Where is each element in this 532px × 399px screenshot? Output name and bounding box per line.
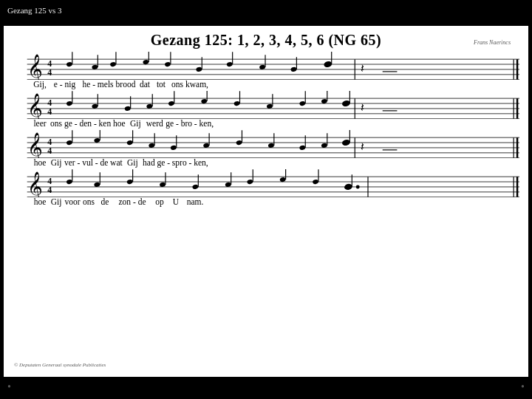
svg-text:4: 4 bbox=[47, 185, 52, 195]
svg-text:𝄽: 𝄽 bbox=[361, 143, 364, 151]
svg-text:𝄞: 𝄞 bbox=[27, 132, 43, 158]
svg-text:4: 4 bbox=[47, 106, 52, 117]
svg-point-127 bbox=[312, 179, 318, 185]
svg-point-76 bbox=[66, 140, 72, 146]
svg-text:4: 4 bbox=[47, 67, 52, 78]
top-left-label: Gezang 125 vs 3 bbox=[7, 6, 62, 15]
svg-point-57 bbox=[299, 100, 306, 106]
svg-point-115 bbox=[126, 179, 133, 185]
svg-point-84 bbox=[170, 145, 177, 151]
svg-text:𝄞: 𝄞 bbox=[27, 171, 43, 197]
lyrics-row-2: leer ons ge - den - ken hoe Gij werd ge … bbox=[11, 119, 521, 128]
svg-point-131 bbox=[356, 185, 360, 188]
sheet-music: Gezang 125: 1, 2, 3, 4, 5, 6 (NG 65) Fra… bbox=[4, 26, 528, 377]
svg-text:𝄞: 𝄞 bbox=[27, 93, 43, 119]
svg-point-16 bbox=[164, 61, 171, 67]
staff-svg-2: 𝄞 4 4 bbox=[11, 91, 521, 119]
bottom-dot-right: • bbox=[521, 381, 525, 393]
title-text: Gezang 125: 1, 2, 3, 4, 5, 6 (NG 65) bbox=[151, 32, 381, 48]
svg-point-20 bbox=[226, 61, 233, 67]
main-container: Gezang 125 vs 3 Gezang 125: 1, 2, 3, 4, … bbox=[0, 0, 532, 399]
staff-svg-4: 𝄞 4 4 bbox=[11, 169, 521, 197]
svg-text:4: 4 bbox=[47, 146, 52, 156]
svg-point-41 bbox=[66, 100, 72, 106]
lyrics-row-4: hoe Gij voor ons de zon - de op U nam. bbox=[11, 197, 521, 206]
svg-point-92 bbox=[299, 145, 306, 151]
svg-point-111 bbox=[66, 179, 72, 185]
svg-point-12 bbox=[109, 61, 116, 67]
svg-text:𝄽: 𝄽 bbox=[361, 103, 364, 112]
author-name: Frans Naerincs bbox=[474, 39, 511, 46]
copyright-text: © Deputaten Generaal synodale Publicatie… bbox=[14, 362, 106, 368]
svg-point-80 bbox=[126, 140, 133, 146]
staff-svg-1: 𝄞 4 4 bbox=[11, 52, 521, 80]
staff-row-1: 𝄞 4 4 bbox=[11, 52, 521, 89]
lyrics-row-3: hoe Gij ver - vul - de wat Gij had ge - … bbox=[11, 158, 521, 167]
svg-point-18 bbox=[196, 66, 202, 72]
svg-point-24 bbox=[290, 66, 297, 72]
lyrics-row-1: Gij, e - nig he - mels brood dat tot ons… bbox=[11, 80, 521, 89]
svg-text:𝄽: 𝄽 bbox=[361, 64, 364, 72]
svg-point-53 bbox=[233, 100, 240, 106]
staff-row-3: 𝄞 4 4 bbox=[11, 130, 521, 167]
svg-point-119 bbox=[192, 184, 199, 190]
bottom-dot-left: • bbox=[7, 381, 11, 393]
staff-svg-3: 𝄞 4 4 bbox=[11, 130, 521, 158]
svg-point-88 bbox=[236, 140, 242, 146]
svg-point-49 bbox=[168, 100, 174, 106]
staff-row-2: 𝄞 4 4 bbox=[11, 91, 521, 128]
svg-point-123 bbox=[247, 179, 253, 185]
svg-text:𝄞: 𝄞 bbox=[27, 54, 43, 80]
sheet-inner: Gezang 125: 1, 2, 3, 4, 5, 6 (NG 65) Fra… bbox=[11, 32, 521, 371]
staff-row-4: 𝄞 4 4 bbox=[11, 169, 521, 206]
svg-point-8 bbox=[66, 61, 72, 67]
svg-point-45 bbox=[124, 106, 131, 112]
